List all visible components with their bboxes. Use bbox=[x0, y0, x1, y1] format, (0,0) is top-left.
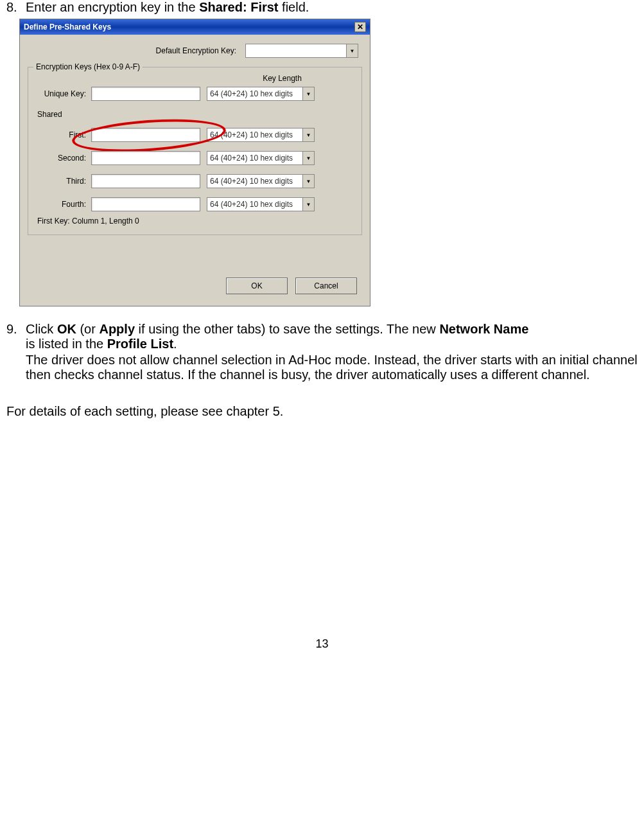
ok-button[interactable]: OK bbox=[226, 278, 288, 294]
status-line: First Key: Column 1, Length 0 bbox=[37, 217, 356, 226]
third-label: Third: bbox=[33, 177, 91, 186]
key-length-header: Key Length bbox=[208, 74, 356, 83]
shared-third-length-select[interactable]: 64 (40+24) 10 hex digits ▼ bbox=[207, 174, 315, 188]
default-encryption-select[interactable]: ▼ bbox=[245, 44, 358, 58]
step-9: 9. Click OK (or Apply if using the other… bbox=[6, 322, 638, 382]
shared-first-length-select[interactable]: 64 (40+24) 10 hex digits ▼ bbox=[207, 128, 315, 142]
step-8-number: 8. bbox=[6, 0, 26, 15]
unique-key-input[interactable] bbox=[91, 87, 200, 101]
ok-button-label: OK bbox=[251, 281, 262, 290]
chevron-down-icon: ▼ bbox=[302, 152, 314, 164]
s9-b2: Apply bbox=[99, 322, 135, 336]
step-8-bold: Shared: First bbox=[199, 0, 278, 14]
details-line: For details of each setting, please see … bbox=[6, 404, 638, 419]
step-9-body: Click OK (or Apply if using the other ta… bbox=[26, 322, 638, 382]
shared-fourth-length-select[interactable]: 64 (40+24) 10 hex digits ▼ bbox=[207, 197, 315, 211]
second-label: Second: bbox=[33, 154, 91, 163]
page-number: 13 bbox=[6, 637, 638, 651]
s9-b3: Network Name bbox=[439, 322, 528, 336]
unique-key-label: Unique Key: bbox=[33, 89, 91, 98]
shared-label: Shared bbox=[37, 110, 356, 119]
unique-key-length-select[interactable]: 64 (40+24) 10 hex digits ▼ bbox=[207, 87, 315, 101]
shared-first-input[interactable] bbox=[91, 128, 200, 142]
step-8-text-post: field. bbox=[279, 0, 309, 14]
step-8: 8. Enter an encryption key in the Shared… bbox=[6, 0, 638, 15]
s9-t2: (or bbox=[76, 322, 100, 336]
s9-para2: The driver does not allow channel select… bbox=[26, 353, 638, 382]
shared-third-length-value: 64 (40+24) 10 hex digits bbox=[210, 177, 293, 186]
chevron-down-icon: ▼ bbox=[302, 198, 314, 211]
chevron-down-icon: ▼ bbox=[302, 128, 314, 141]
s9-b4: Profile List bbox=[107, 337, 173, 351]
unique-key-length-value: 64 (40+24) 10 hex digits bbox=[210, 89, 293, 98]
s9-t3: if using the other tabs) to save the set… bbox=[135, 322, 439, 336]
chevron-down-icon: ▼ bbox=[302, 87, 314, 100]
chevron-down-icon: ▼ bbox=[302, 175, 314, 188]
s9-t4: is listed in the bbox=[26, 337, 107, 351]
fieldset-legend: Encryption Keys (Hex 0-9 A-F) bbox=[33, 62, 143, 71]
s9-t1: Click bbox=[26, 322, 57, 336]
dialog-window: Define Pre-Shared Keys ✕ Default Encrypt… bbox=[19, 19, 370, 306]
close-button[interactable]: ✕ bbox=[354, 22, 366, 32]
step-8-body: Enter an encryption key in the Shared: F… bbox=[26, 0, 638, 15]
s9-t5: . bbox=[173, 337, 177, 351]
dialog-title: Define Pre-Shared Keys bbox=[24, 22, 111, 31]
first-label: First: bbox=[33, 130, 91, 139]
default-encryption-label: Default Encryption Key: bbox=[156, 46, 241, 55]
fourth-label: Fourth: bbox=[33, 200, 91, 209]
step-9-number: 9. bbox=[6, 322, 26, 382]
step-8-text-pre: Enter an encryption key in the bbox=[26, 0, 199, 14]
shared-second-input[interactable] bbox=[91, 151, 200, 165]
titlebar: Define Pre-Shared Keys ✕ bbox=[20, 19, 370, 35]
shared-second-length-select[interactable]: 64 (40+24) 10 hex digits ▼ bbox=[207, 151, 315, 165]
chevron-down-icon: ▼ bbox=[346, 44, 358, 57]
shared-third-input[interactable] bbox=[91, 174, 200, 188]
encryption-keys-fieldset: Encryption Keys (Hex 0-9 A-F) Key Length… bbox=[28, 67, 362, 235]
cancel-button-label: Cancel bbox=[314, 281, 338, 290]
cancel-button[interactable]: Cancel bbox=[295, 278, 357, 294]
shared-fourth-length-value: 64 (40+24) 10 hex digits bbox=[210, 200, 293, 209]
shared-first-length-value: 64 (40+24) 10 hex digits bbox=[210, 130, 293, 139]
shared-second-length-value: 64 (40+24) 10 hex digits bbox=[210, 154, 293, 163]
s9-b1: OK bbox=[57, 322, 76, 336]
close-icon: ✕ bbox=[357, 22, 363, 31]
shared-fourth-input[interactable] bbox=[91, 197, 200, 211]
